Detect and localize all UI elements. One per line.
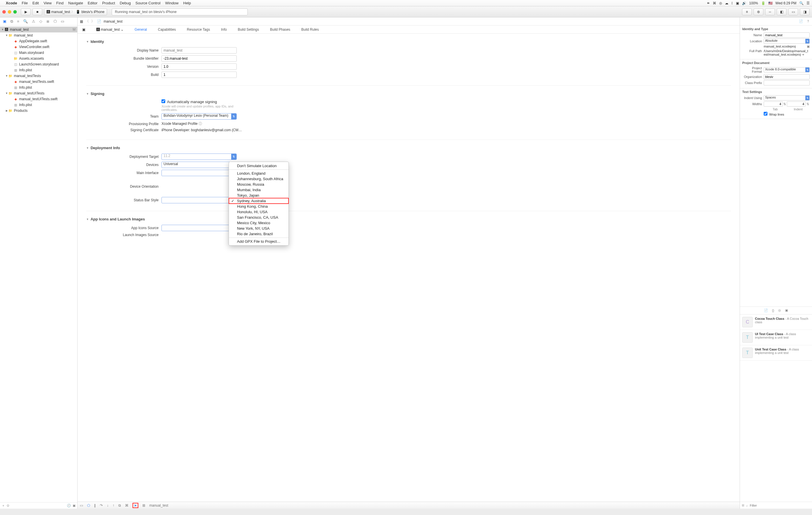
- location-item[interactable]: Johannesburg, South Africa: [229, 176, 289, 182]
- stepper-icon[interactable]: ⇅: [783, 102, 787, 106]
- object-library-icon[interactable]: ◎: [778, 308, 781, 312]
- help-inspector-icon[interactable]: ？: [807, 19, 810, 24]
- source-control-navigator-icon[interactable]: ⧉: [10, 19, 13, 24]
- issue-navigator-icon[interactable]: ⚠: [32, 19, 35, 24]
- insp-format-select[interactable]: Xcode 8.0-compatible⇅: [764, 67, 810, 73]
- menu-edit[interactable]: Edit: [32, 1, 39, 5]
- disclosure-triangle[interactable]: ▼: [1, 28, 4, 31]
- file-inspector-icon[interactable]: 📄: [799, 20, 803, 23]
- grid-icon[interactable]: ⊞: [742, 504, 744, 507]
- location-item[interactable]: London, England: [229, 171, 289, 176]
- flag-icon[interactable]: 🇺🇸: [768, 1, 773, 5]
- tree-file[interactable]: ◫Main.storyboard: [0, 50, 77, 56]
- location-item[interactable]: Tokyo, Japan: [229, 193, 289, 198]
- project-root[interactable]: ▼ 🅰 manual_test M: [0, 27, 77, 32]
- menu-debug[interactable]: Debug: [120, 1, 131, 5]
- breakpoint-navigator-icon[interactable]: ⬠: [54, 19, 57, 24]
- tree-group[interactable]: ▶📁Products: [0, 108, 77, 113]
- menu-source-control[interactable]: Source Control: [136, 1, 161, 5]
- notification-icon[interactable]: ☰: [807, 1, 810, 5]
- version-input[interactable]: [162, 63, 237, 70]
- status-icon[interactable]: ⌘: [713, 1, 716, 5]
- standard-editor-button[interactable]: ≡: [742, 8, 752, 15]
- breakpoints-icon[interactable]: ⬠: [87, 504, 90, 508]
- main-interface-select[interactable]: ⇅: [162, 170, 237, 176]
- menu-view[interactable]: View: [44, 1, 52, 5]
- project-tree[interactable]: ▼ 🅰 manual_test M ▼📁manual_test ◆AppDele…: [0, 26, 77, 502]
- process-picker-icon[interactable]: ⊞: [142, 504, 145, 508]
- assistant-editor-button[interactable]: ⊚: [754, 8, 763, 15]
- pause-icon[interactable]: ‖: [94, 504, 96, 508]
- jump-crumb[interactable]: manual_test: [104, 20, 122, 24]
- related-items-icon[interactable]: ▦: [80, 20, 83, 24]
- insp-prefix-input[interactable]: [764, 80, 810, 85]
- auto-signing-checkbox[interactable]: Automatically manage signing: [162, 100, 217, 104]
- statusbar-select[interactable]: ⇅: [162, 197, 237, 204]
- media-library-icon[interactable]: ▣: [785, 308, 788, 312]
- status-icon[interactable]: ✒: [707, 1, 710, 5]
- build-input[interactable]: [162, 72, 237, 78]
- folder-icon[interactable]: ▣: [807, 45, 810, 48]
- hide-debug-icon[interactable]: ▭: [80, 504, 83, 508]
- location-item[interactable]: Hong Kong, China: [229, 204, 289, 209]
- menu-file[interactable]: File: [22, 1, 28, 5]
- app-menu[interactable]: Xcode: [6, 1, 17, 5]
- status-icon[interactable]: ◎: [719, 1, 722, 5]
- minimize-window[interactable]: [8, 10, 11, 13]
- project-navigator-icon[interactable]: ▣: [3, 19, 6, 24]
- display-icon-2[interactable]: ▣: [736, 1, 739, 5]
- location-dont-simulate[interactable]: Don't Simulate Location: [229, 163, 289, 170]
- stop-button[interactable]: ■: [32, 8, 42, 15]
- tree-file[interactable]: ▥Info.plist: [0, 102, 77, 108]
- view-debug-icon[interactable]: ⧉: [118, 504, 121, 508]
- appicons-select[interactable]: ⇅: [162, 225, 237, 231]
- bundle-id-input[interactable]: [162, 55, 237, 62]
- tab-resource-tags[interactable]: Resource Tags: [187, 28, 210, 32]
- deploy-target-select[interactable]: 11.2⇅: [162, 154, 237, 160]
- menu-help[interactable]: Help: [183, 1, 191, 5]
- team-select[interactable]: Bohdan-Volodymyr Lesiv (Personal Team)⇅: [162, 113, 237, 119]
- wifi-icon[interactable]: ⧙: [731, 1, 733, 5]
- insp-tab-width[interactable]: [764, 101, 783, 107]
- step-into-icon[interactable]: ↓: [107, 504, 109, 508]
- stepper-icon[interactable]: ⇅: [806, 102, 810, 106]
- toggle-debug-button[interactable]: ▭: [788, 8, 798, 15]
- insp-indent-select[interactable]: Spaces⇅: [764, 95, 810, 101]
- tab-general[interactable]: General: [135, 28, 147, 32]
- debug-navigator-icon[interactable]: ≣: [46, 19, 50, 24]
- clock[interactable]: Wed 6:29 PM: [776, 1, 796, 5]
- section-header[interactable]: Signing: [86, 91, 731, 96]
- add-icon[interactable]: ＋: [2, 504, 5, 508]
- symbol-navigator-icon[interactable]: ⌗: [17, 19, 19, 24]
- recent-icon[interactable]: 🕘: [67, 504, 71, 508]
- tab-build-rules[interactable]: Build Rules: [301, 28, 319, 32]
- tree-group[interactable]: ▼📁manual_testTests: [0, 73, 77, 79]
- toggle-navigator-button[interactable]: ◧: [777, 8, 786, 15]
- menu-window[interactable]: Window: [165, 1, 178, 5]
- reveal-icon[interactable]: ➜: [802, 53, 804, 56]
- insp-org-input[interactable]: [764, 74, 810, 79]
- step-out-icon[interactable]: ↑: [113, 504, 114, 508]
- location-item[interactable]: New York, NY, USA: [229, 226, 289, 231]
- process-name[interactable]: manual_test: [149, 504, 168, 508]
- library-list[interactable]: CCocoa Touch Class - A Cocoa Touch class…: [740, 315, 812, 502]
- code-snippet-icon[interactable]: {}: [772, 309, 774, 312]
- tree-file[interactable]: ◆manual_testUITests.swift: [0, 96, 77, 102]
- close-window[interactable]: [2, 10, 6, 13]
- tree-file[interactable]: ◆ViewController.swift: [0, 44, 77, 50]
- target-name[interactable]: 🅰 manual_test ⌄: [96, 28, 123, 32]
- insp-name-input[interactable]: [764, 32, 810, 38]
- section-header[interactable]: Deployment Info: [86, 146, 731, 150]
- tree-group[interactable]: ▼📁manual_testUITests: [0, 90, 77, 96]
- display-name-input[interactable]: [162, 47, 237, 54]
- location-item[interactable]: San Francisco, CA, USA: [229, 215, 289, 220]
- scheme-selector[interactable]: 🅰 manual_test 〉 📱 blesiv's iPhone: [44, 8, 107, 15]
- section-header[interactable]: Identity: [86, 39, 731, 44]
- simulate-location-button[interactable]: ➤: [133, 503, 138, 508]
- step-over-icon[interactable]: ↷: [100, 504, 103, 508]
- location-item[interactable]: Honolulu, HI, USA: [229, 209, 289, 215]
- library-item[interactable]: TUnit Test Case Class - A class implemen…: [740, 345, 812, 361]
- tab-capabilities[interactable]: Capabilities: [158, 28, 176, 32]
- version-editor-button[interactable]: ↔: [765, 8, 775, 15]
- location-item[interactable]: Rio de Janeiro, Brazil: [229, 231, 289, 237]
